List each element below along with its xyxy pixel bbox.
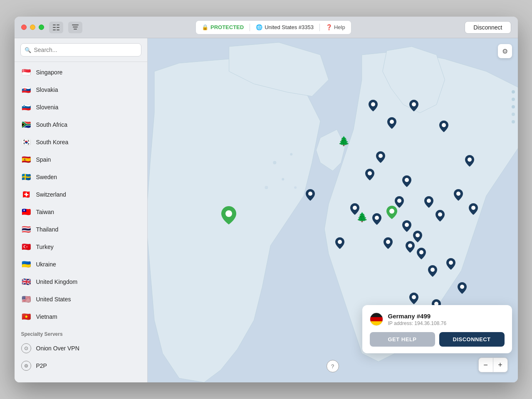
popup-disconnect-button[interactable]: DISCONNECT bbox=[439, 332, 505, 347]
sidebar-item-switzerland[interactable]: 🇨🇭 Switzerland bbox=[15, 186, 147, 203]
server-pin-ee[interactable] bbox=[439, 121, 448, 135]
svg-point-39 bbox=[449, 261, 453, 265]
server-pin-ru2[interactable] bbox=[454, 189, 463, 203]
server-pin-cy[interactable] bbox=[458, 282, 467, 296]
sidebar-item-singapore[interactable]: 🇸🇬 Singapore bbox=[15, 64, 147, 81]
country-name: Singapore bbox=[36, 69, 63, 76]
svg-point-20 bbox=[368, 171, 372, 175]
sidebar-item-sweden[interactable]: 🇸🇪 Sweden bbox=[15, 168, 147, 186]
svg-point-23 bbox=[405, 178, 409, 182]
svg-point-35 bbox=[468, 158, 472, 162]
help-link[interactable]: ❓ Help bbox=[326, 24, 345, 30]
server-pin-pl[interactable] bbox=[402, 175, 411, 190]
disconnect-button[interactable]: Disconnect bbox=[465, 21, 511, 34]
specialty-item-onion-over-vpn[interactable]: ⊙ Onion Over VPN bbox=[15, 340, 147, 357]
country-flag: 🇹🇼 bbox=[21, 207, 31, 217]
svg-point-34 bbox=[338, 240, 342, 244]
svg-point-29 bbox=[416, 233, 420, 237]
country-flag: 🇻🇳 bbox=[21, 312, 31, 322]
server-pin-ua[interactable] bbox=[435, 210, 445, 224]
sidebar-item-south-korea[interactable]: 🇰🇷 South Korea bbox=[15, 133, 147, 151]
specialty-item-p2p[interactable]: ⊚ P2P bbox=[15, 357, 147, 374]
close-button[interactable] bbox=[21, 25, 27, 30]
active-server-pin[interactable] bbox=[221, 206, 236, 227]
server-pin-me[interactable] bbox=[409, 293, 418, 307]
server-popup: Germany #499 IP address: 194.36.108.76 G… bbox=[362, 305, 512, 353]
server-pin-ru3[interactable] bbox=[469, 203, 478, 217]
sidebar-item-south-africa[interactable]: 🇿🇦 South Africa bbox=[15, 116, 147, 133]
country-name: Turkey bbox=[36, 244, 54, 250]
svg-point-11 bbox=[290, 153, 292, 155]
sidebar-item-slovakia[interactable]: 🇸🇰 Slovakia bbox=[15, 81, 147, 99]
svg-rect-6 bbox=[72, 25, 79, 25]
server-pin-hu[interactable] bbox=[402, 220, 411, 234]
server-pin-fi[interactable] bbox=[409, 100, 418, 114]
svg-point-12 bbox=[265, 186, 268, 189]
popup-get-help-button[interactable]: GET HELP bbox=[370, 332, 435, 347]
popup-text: Germany #499 IP address: 194.36.108.76 bbox=[388, 313, 447, 326]
sidebar-item-thailand[interactable]: 🇹🇭 Thailand bbox=[15, 221, 147, 238]
server-pin-lt[interactable] bbox=[424, 196, 433, 210]
sidebar-item-vietnam[interactable]: 🇻🇳 Vietnam bbox=[15, 308, 147, 325]
svg-point-17 bbox=[390, 120, 394, 124]
country-flag: 🇹🇷 bbox=[21, 242, 31, 252]
zoom-out-button[interactable]: − bbox=[479, 358, 493, 372]
help-label[interactable]: Help bbox=[334, 24, 345, 30]
server-pin-at[interactable] bbox=[395, 196, 404, 210]
help-circle-icon: ❓ bbox=[326, 24, 332, 30]
country-name: United States bbox=[36, 296, 71, 303]
server-pin-se[interactable] bbox=[387, 117, 396, 131]
server-pin-gr[interactable] bbox=[428, 265, 437, 279]
map-help-button[interactable]: ? bbox=[327, 360, 339, 372]
server-pin-ru[interactable] bbox=[465, 155, 474, 169]
country-flag: 🇸🇮 bbox=[21, 102, 31, 112]
titlebar: 🔒 PROTECTED 🌐 United States #3353 ❓ Help… bbox=[15, 17, 518, 38]
current-server: 🌐 United States #3353 bbox=[256, 24, 314, 30]
svg-point-15 bbox=[308, 192, 312, 196]
svg-point-27 bbox=[386, 240, 390, 244]
svg-rect-8 bbox=[74, 29, 77, 30]
server-pin-uk[interactable] bbox=[306, 189, 315, 203]
server-pin-fr[interactable] bbox=[350, 203, 359, 217]
server-pin-es[interactable] bbox=[335, 237, 344, 251]
sidebar-item-taiwan[interactable]: 🇹🇼 Taiwan bbox=[15, 203, 147, 221]
country-name: Vietnam bbox=[36, 313, 57, 320]
sidebar-item-united-kingdom[interactable]: 🇬🇧 United Kingdom bbox=[15, 273, 147, 291]
svg-point-38 bbox=[431, 268, 435, 272]
minimize-button[interactable] bbox=[30, 25, 35, 30]
server-pin-ba[interactable] bbox=[406, 241, 415, 255]
server-pin-tr[interactable] bbox=[446, 258, 455, 272]
ip-value: 194.36.108.76 bbox=[414, 320, 446, 326]
country-flag: 🇬🇧 bbox=[21, 277, 31, 287]
sidebar-item-united-states[interactable]: 🇺🇸 United States bbox=[15, 291, 147, 308]
server-pin-no[interactable] bbox=[369, 100, 378, 114]
svg-point-32 bbox=[427, 199, 431, 203]
sidebar-item-spain[interactable]: 🇪🇸 Spain bbox=[15, 151, 147, 168]
search-input[interactable] bbox=[20, 43, 141, 57]
map-settings-button[interactable]: ⚙ bbox=[498, 44, 512, 58]
question-icon: ? bbox=[331, 363, 334, 369]
sidebar-toggle-button[interactable] bbox=[49, 22, 63, 33]
maximize-button[interactable] bbox=[39, 25, 44, 30]
popup-ip: IP address: 194.36.108.76 bbox=[388, 320, 447, 326]
server-pin-dk[interactable] bbox=[376, 151, 385, 165]
search-wrap: 🔍 bbox=[15, 38, 147, 62]
country-name: Slovenia bbox=[36, 104, 59, 111]
server-pin-bg[interactable] bbox=[417, 248, 426, 262]
svg-point-19 bbox=[442, 123, 446, 127]
svg-rect-1 bbox=[57, 25, 59, 25]
server-pin-nl[interactable] bbox=[365, 169, 374, 183]
zoom-in-button[interactable]: + bbox=[493, 358, 507, 372]
server-pin-it[interactable] bbox=[384, 237, 393, 251]
country-name: Taiwan bbox=[36, 209, 54, 215]
germany-flag bbox=[370, 313, 383, 326]
sidebar-item-turkey[interactable]: 🇹🇷 Turkey bbox=[15, 238, 147, 256]
svg-point-14 bbox=[225, 210, 232, 217]
filter-button[interactable] bbox=[68, 22, 82, 33]
country-flag: 🇰🇷 bbox=[21, 137, 31, 147]
server-pin-ch[interactable] bbox=[372, 213, 381, 227]
lock-icon: 🔒 bbox=[202, 24, 208, 30]
sidebar-item-slovenia[interactable]: 🇸🇮 Slovenia bbox=[15, 99, 147, 116]
country-name: Switzerland bbox=[36, 191, 66, 198]
sidebar-item-ukraine[interactable]: 🇺🇦 Ukraine bbox=[15, 256, 147, 273]
